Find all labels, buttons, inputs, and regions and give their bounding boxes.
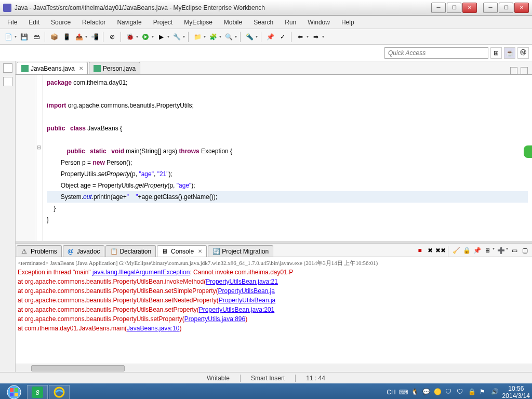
menu-search[interactable]: Search <box>248 17 278 28</box>
scroll-lock-icon[interactable]: 🔒 <box>462 246 471 255</box>
open-console-icon[interactable]: ➕ <box>497 246 505 255</box>
stack-link[interactable]: PropertyUtils.java:896 <box>184 315 245 323</box>
editor-body[interactable]: ⊟ package com.itheima.day01; import org.… <box>16 75 532 241</box>
deploy-icon[interactable]: 📤 <box>74 32 84 42</box>
package-explorer-icon[interactable] <box>3 63 12 73</box>
menu-refactor[interactable]: Refactor <box>77 17 111 28</box>
remove-all-icon[interactable]: ✖✖ <box>436 246 445 255</box>
save-all-icon[interactable]: 🗃 <box>31 32 42 42</box>
taskbar-app-myeclipse[interactable]: 8 <box>27 385 48 399</box>
stack-link[interactable]: PropertyUtilsBean.ja <box>218 287 275 295</box>
horizontal-scrollbar[interactable] <box>16 364 532 372</box>
menu-navigate[interactable]: Navigate <box>112 17 147 28</box>
new-package-icon[interactable]: 📁 <box>192 32 203 42</box>
tab-migration[interactable]: 🔄Project Migration <box>208 245 273 257</box>
console-body[interactable]: <terminated> JavaBeans [Java Application… <box>16 257 532 364</box>
new-icon[interactable]: 📄 <box>3 32 14 42</box>
quick-access-bar: ⊞ ☕ Ⓜ <box>0 45 532 61</box>
run-icon[interactable] <box>140 32 151 42</box>
maximize-button[interactable]: ☐ <box>447 3 461 13</box>
device-icon[interactable]: 📱 <box>61 32 72 42</box>
save-icon[interactable]: 💾 <box>19 32 29 42</box>
minimize-button-2[interactable]: ─ <box>483 3 498 13</box>
skip-breakpoints-icon[interactable]: ⊘ <box>107 32 117 42</box>
open-type-2-icon[interactable]: 🔍 <box>223 32 234 42</box>
java-perspective-icon[interactable]: ☕ <box>504 47 515 59</box>
fold-column[interactable]: ⊟ <box>36 75 43 241</box>
minimize-view-icon[interactable]: ▭ <box>510 246 518 255</box>
javadoc-icon: @ <box>68 248 75 255</box>
close-button-2[interactable]: ✕ <box>514 3 529 13</box>
chat-icon[interactable]: 💬 <box>422 388 431 396</box>
clear-console-icon[interactable]: 🧹 <box>452 246 460 255</box>
stack-link[interactable]: PropertyUtilsBean.java:21 <box>206 278 278 285</box>
qq-icon[interactable]: 🐧 <box>411 388 419 396</box>
minimize-view-icon[interactable] <box>510 67 517 74</box>
menu-run[interactable]: Run <box>280 17 301 28</box>
shield-icon[interactable]: 🛡 <box>445 388 454 396</box>
start-button[interactable] <box>2 384 26 399</box>
toolbar: 📄▾ 💾 🗃 📦 📱 📤▾ 📲 ⊘ 🐞▾ ▾ ▶▾ 🔧▾ 📁▾ 🧩▾ 🔍▾ 🔦▾… <box>0 29 532 45</box>
forward-icon[interactable]: ➡ <box>311 32 321 42</box>
menu-source[interactable]: Source <box>46 17 76 28</box>
app-tray-icon[interactable]: 🟡 <box>434 388 442 396</box>
maximize-view-icon[interactable]: ▢ <box>521 246 529 255</box>
tab-javabeans[interactable]: JavaBeans.java ✕ <box>17 62 88 74</box>
tab-declaration[interactable]: 📋Declaration <box>105 245 156 257</box>
collapsed-view-handle[interactable] <box>524 145 532 158</box>
title-bar: Java - JavaTest/src/com/itheima/day01/Ja… <box>0 0 532 16</box>
console-toolbar: ■ ✖ ✖✖ 🧹 🔒 📌 🖥▾ ➕▾ ▭ ▢ <box>416 246 532 257</box>
tab-person[interactable]: Person.java <box>89 62 140 74</box>
external-tools-icon[interactable]: 🔧 <box>171 32 182 42</box>
back-icon[interactable]: ⬅ <box>295 32 305 42</box>
servers-icon[interactable] <box>3 77 12 86</box>
ime-indicator[interactable]: CH <box>387 389 395 396</box>
search-icon[interactable]: 🔦 <box>244 32 255 42</box>
open-perspective-icon[interactable]: ⊞ <box>490 47 502 59</box>
exception-link[interactable]: java.lang.IllegalArgumentException <box>92 269 190 276</box>
svg-rect-3 <box>10 388 14 392</box>
keyboard-icon[interactable]: ⌨ <box>399 389 408 396</box>
close-icon[interactable]: ✕ <box>198 248 202 254</box>
open-type-icon[interactable]: 📦 <box>49 32 59 42</box>
code-area[interactable]: package com.itheima.day01; import org.ap… <box>43 75 532 241</box>
tab-console[interactable]: 🖥Console✕ <box>157 245 207 257</box>
minimize-button[interactable]: ─ <box>431 3 446 13</box>
clock[interactable]: 10:56 2014/3/14 <box>502 385 530 399</box>
editor-area: JavaBeans.java ✕ Person.java ⊟ pac <box>16 61 532 243</box>
task-icon[interactable]: ✓ <box>277 32 288 42</box>
maximize-button-2[interactable]: ☐ <box>499 3 513 13</box>
new-class-icon[interactable]: 🧩 <box>208 32 218 42</box>
debug-icon[interactable]: 🐞 <box>125 32 135 42</box>
stack-link[interactable]: JavaBeans.java:10 <box>127 325 179 332</box>
myeclipse-perspective-icon[interactable]: Ⓜ <box>517 47 529 59</box>
mobile-run-icon[interactable]: 📲 <box>89 32 100 42</box>
menu-help[interactable]: Help <box>336 17 360 28</box>
close-icon[interactable]: ✕ <box>79 65 83 71</box>
volume-icon[interactable]: 🔊 <box>491 388 499 396</box>
tab-problems[interactable]: ⚠Problems <box>17 245 62 257</box>
tab-javadoc[interactable]: @Javadoc <box>63 245 105 257</box>
run-last-icon[interactable]: ▶ <box>156 32 166 42</box>
stack-link[interactable]: PropertyUtilsBean.ja <box>219 297 275 304</box>
taskbar-app-ie[interactable] <box>49 385 70 399</box>
menu-mobile[interactable]: Mobile <box>219 17 247 28</box>
security-icon[interactable]: 🔒 <box>468 388 476 396</box>
toggle-mark-icon[interactable]: 📌 <box>265 32 275 42</box>
maximize-view-icon[interactable] <box>521 67 528 74</box>
flag-icon[interactable]: ⚑ <box>480 388 488 396</box>
menu-project[interactable]: Project <box>148 17 178 28</box>
menu-edit[interactable]: Edit <box>23 17 45 28</box>
pin-console-icon[interactable]: 📌 <box>473 246 481 255</box>
remove-launch-icon[interactable]: ✖ <box>426 246 434 255</box>
stack-link[interactable]: PropertyUtilsBean.java:201 <box>199 306 274 313</box>
menu-myeclipse[interactable]: MyEclipse <box>179 17 218 28</box>
menu-window[interactable]: Window <box>302 17 335 28</box>
display-console-icon[interactable]: 🖥 <box>483 246 491 255</box>
close-button[interactable]: ✕ <box>462 3 477 13</box>
bottom-views: ⚠Problems @Javadoc 📋Declaration 🖥Console… <box>16 243 532 372</box>
menu-file[interactable]: File <box>2 17 22 28</box>
shield-icon-2[interactable]: 🛡 <box>457 388 465 396</box>
quick-access-input[interactable] <box>384 47 488 59</box>
terminate-icon[interactable]: ■ <box>416 246 424 255</box>
